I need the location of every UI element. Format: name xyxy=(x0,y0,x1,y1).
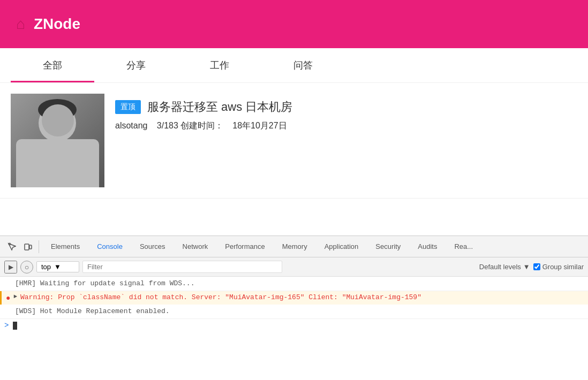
group-similar-option: Group similar xyxy=(533,263,584,271)
svg-rect-5 xyxy=(65,118,72,122)
tab-sources[interactable]: Sources xyxy=(131,237,174,256)
svg-point-3 xyxy=(38,99,77,120)
post-card: 置顶 服务器迁移至 aws 日本机房 alsotang 3/183创建时间： 1… xyxy=(0,83,588,199)
post-stats: 3/183 xyxy=(157,121,178,130)
tab-more[interactable]: Rea... xyxy=(446,237,481,256)
post-title[interactable]: 服务器迁移至 aws 日本机房 xyxy=(147,99,292,115)
svg-rect-6 xyxy=(51,138,63,148)
console-line-warning[interactable]: ● ► Warning: Prop `className` did not ma… xyxy=(0,291,588,305)
console-toolbar: ▶ ○ top ▼ Default levels ▼ Group similar xyxy=(0,257,588,277)
svg-rect-8 xyxy=(25,244,29,250)
context-dropdown-icon: ▼ xyxy=(54,263,61,271)
warning-text: Warning: Prop `className` did not match.… xyxy=(20,293,421,301)
levels-dropdown-icon: ▼ xyxy=(523,263,530,271)
devtools-tabs: Elements Console Sources Network Perform… xyxy=(42,237,584,256)
post-avatar xyxy=(11,94,104,187)
tab-elements[interactable]: Elements xyxy=(42,237,88,256)
tab-work[interactable]: 工作 xyxy=(178,48,261,82)
error-icon: ● xyxy=(6,294,10,302)
home-icon[interactable]: ⌂ xyxy=(16,16,25,33)
context-select[interactable]: top ▼ xyxy=(36,261,79,272)
post-date: 18年10月27日 xyxy=(232,121,287,130)
default-levels-dropdown[interactable]: Default levels ▼ xyxy=(479,263,530,271)
console-cursor xyxy=(13,322,17,330)
tab-qa[interactable]: 问答 xyxy=(261,48,345,82)
devtools-panel: Elements Console Sources Network Perform… xyxy=(0,235,588,380)
post-author[interactable]: alsotang xyxy=(115,121,148,130)
svg-rect-9 xyxy=(29,245,32,249)
post-content: 置顶 服务器迁移至 aws 日本机房 alsotang 3/183创建时间： 1… xyxy=(115,94,577,187)
tab-security[interactable]: Security xyxy=(367,237,409,256)
app-title: ZNode xyxy=(34,16,80,33)
tab-console[interactable]: Console xyxy=(88,237,131,256)
prompt-chevron: > xyxy=(4,321,9,330)
tab-share[interactable]: 分享 xyxy=(94,48,178,82)
devtools-toolbar: Elements Console Sources Network Perform… xyxy=(0,236,588,257)
post-stats-label: 创建时间： xyxy=(180,121,223,130)
console-prompt[interactable]: > xyxy=(0,319,588,332)
tab-network[interactable]: Network xyxy=(174,237,217,256)
group-similar-checkbox[interactable] xyxy=(533,263,540,270)
group-similar-label[interactable]: Group similar xyxy=(542,263,584,271)
toolbar-separator xyxy=(39,240,39,253)
context-value: top xyxy=(41,263,51,271)
pin-badge: 置顶 xyxy=(115,100,141,114)
tab-audits[interactable]: Audits xyxy=(409,237,446,256)
post-meta: alsotang 3/183创建时间： 18年10月27日 xyxy=(115,120,577,132)
tab-all[interactable]: 全部 xyxy=(11,48,94,82)
post-header: 置顶 服务器迁移至 aws 日本机房 xyxy=(115,99,577,115)
tab-performance[interactable]: Performance xyxy=(216,237,273,256)
svg-rect-4 xyxy=(43,118,50,122)
execute-button[interactable]: ▶ xyxy=(4,261,17,273)
device-toolbar-button[interactable] xyxy=(20,239,35,254)
tab-memory[interactable]: Memory xyxy=(274,237,316,256)
inspect-element-button[interactable] xyxy=(4,239,19,254)
console-line-hmr: [HMR] Waiting for update signal from WDS… xyxy=(0,277,588,291)
main-content: 全部 分享 工作 问答 xyxy=(0,48,588,235)
content-tabs: 全部 分享 工作 问答 xyxy=(0,48,588,83)
clear-console-button[interactable]: ○ xyxy=(20,261,33,273)
console-line-wds: [WDS] Hot Module Replacement enabled. xyxy=(0,305,588,319)
levels-label: Default levels xyxy=(479,263,521,271)
navbar: ⌂ ZNode xyxy=(0,0,588,48)
filter-input[interactable] xyxy=(82,261,282,273)
group-similar-checkbox-group[interactable]: Group similar xyxy=(533,263,584,271)
tab-application[interactable]: Application xyxy=(316,237,367,256)
warning-expand-icon[interactable]: ► xyxy=(13,293,17,300)
svg-rect-1 xyxy=(11,94,104,187)
console-output: [HMR] Waiting for update signal from WDS… xyxy=(0,277,588,380)
avatar-image xyxy=(11,94,104,187)
